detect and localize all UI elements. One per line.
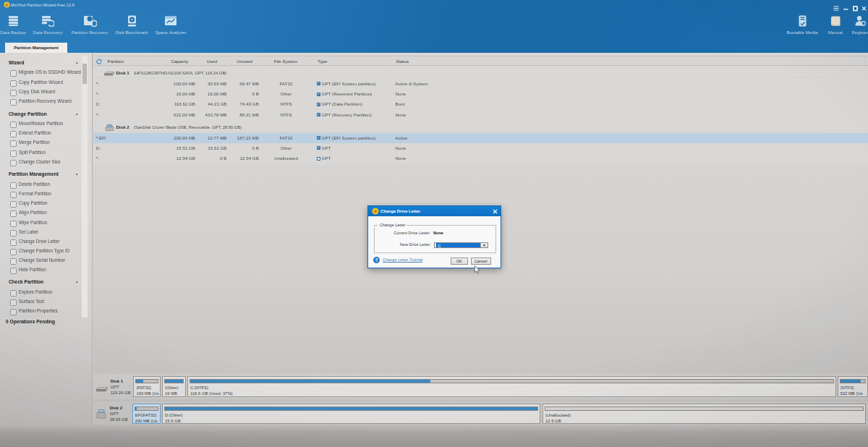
- svg-text:?: ?: [375, 257, 378, 263]
